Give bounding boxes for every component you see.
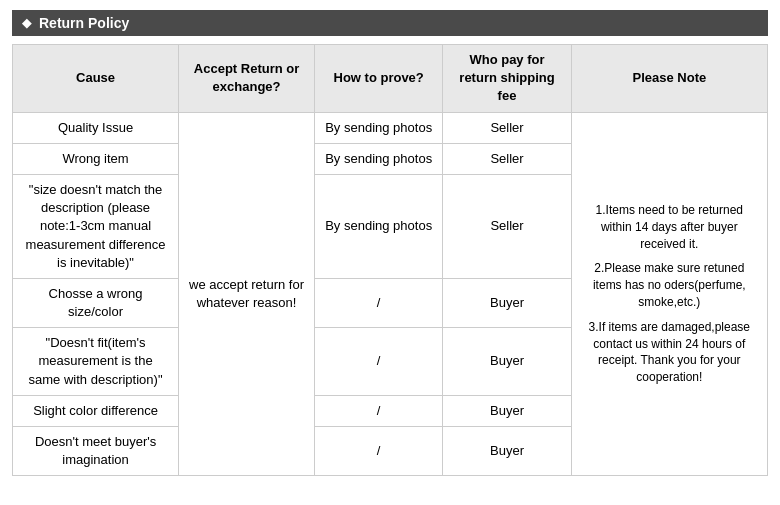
how-cell: / <box>314 427 442 476</box>
cause-cell: Chosse a wrong size/color <box>13 278 179 327</box>
cause-cell: "Doesn't fit(item's measurement is the s… <box>13 328 179 396</box>
cause-cell: Slight color difference <box>13 395 179 426</box>
cause-cell: Doesn't meet buyer's imagination <box>13 427 179 476</box>
section-title: Return Policy <box>39 15 129 31</box>
col-header-who: Who pay for return shipping fee <box>443 45 571 113</box>
accept-cell: we accept return for whatever reason! <box>179 112 315 476</box>
how-cell: / <box>314 328 442 396</box>
how-cell: / <box>314 395 442 426</box>
who-cell: Buyer <box>443 328 571 396</box>
who-cell: Seller <box>443 112 571 143</box>
who-cell: Buyer <box>443 278 571 327</box>
how-cell: By sending photos <box>314 143 442 174</box>
col-header-accept: Accept Return or exchange? <box>179 45 315 113</box>
who-cell: Seller <box>443 174 571 278</box>
how-cell: / <box>314 278 442 327</box>
section-header: ◆ Return Policy <box>12 10 768 36</box>
who-cell: Buyer <box>443 427 571 476</box>
page-wrapper: ◆ Return Policy Cause Accept Return or e… <box>0 0 780 486</box>
who-cell: Buyer <box>443 395 571 426</box>
table-row: Quality Issuewe accept return for whatev… <box>13 112 768 143</box>
col-header-cause: Cause <box>13 45 179 113</box>
how-cell: By sending photos <box>314 112 442 143</box>
how-cell: By sending photos <box>314 174 442 278</box>
cause-cell: "size doesn't match the description (ple… <box>13 174 179 278</box>
cause-cell: Quality Issue <box>13 112 179 143</box>
col-header-how: How to prove? <box>314 45 442 113</box>
table-header-row: Cause Accept Return or exchange? How to … <box>13 45 768 113</box>
policy-table: Cause Accept Return or exchange? How to … <box>12 44 768 476</box>
note-cell: 1.Items need to be returned within 14 da… <box>571 112 767 476</box>
diamond-icon: ◆ <box>22 16 31 30</box>
who-cell: Seller <box>443 143 571 174</box>
col-header-note: Please Note <box>571 45 767 113</box>
cause-cell: Wrong item <box>13 143 179 174</box>
